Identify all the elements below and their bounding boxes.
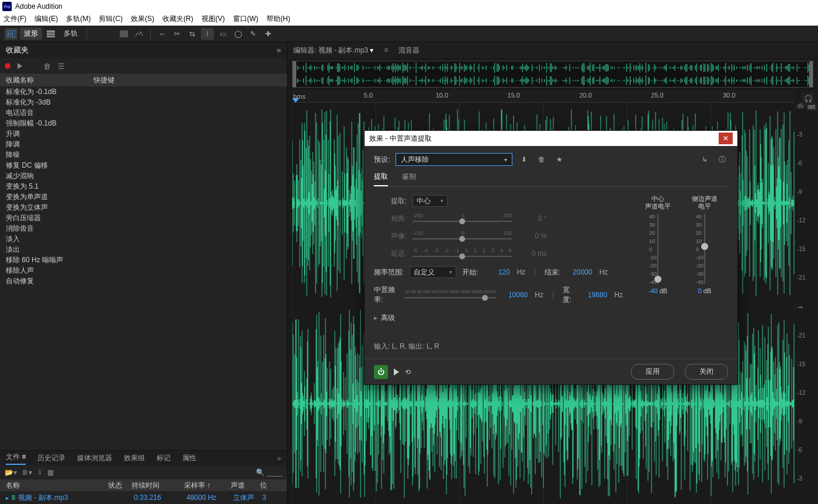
menu-file[interactable]: 文件(F) <box>4 14 26 24</box>
favorite-preset-icon[interactable]: ★ <box>553 154 565 165</box>
apply-button[interactable]: 应用 <box>631 364 674 380</box>
spectral-freq-icon[interactable] <box>117 28 130 40</box>
favorite-item[interactable]: 标准化为 -3dB <box>0 97 287 107</box>
mode-waveform[interactable]: 波形 <box>20 27 42 40</box>
favorite-item[interactable]: 淡出 <box>0 244 287 255</box>
headphone-icon[interactable]: 🎧 <box>802 92 814 105</box>
sidechain-icon[interactable]: ↳ <box>699 154 710 165</box>
favorite-item[interactable]: 淡入 <box>0 234 287 244</box>
file-row[interactable]: ▸ ⁞⁞⁞ 视频 - 副本.mp3 0:33.216 48000 Hz 立体声 … <box>0 491 287 504</box>
center-level-slider[interactable]: 中心声道电平 403020100-10-20-30-40 -40 dB <box>640 195 675 331</box>
insert-clip-icon[interactable]: ▦ <box>47 468 54 477</box>
tab-identify[interactable]: 鉴别 <box>402 172 416 186</box>
tab-history[interactable]: 历史记录 <box>37 453 65 463</box>
editor-tab[interactable]: 编辑器: 视频 - 副本.mp3 ▾ <box>293 46 373 55</box>
power-toggle-button[interactable]: ⏻ <box>374 365 388 379</box>
preset-dropdown[interactable]: 人声移除 ▾ <box>396 153 512 166</box>
preview-play-button[interactable] <box>394 369 399 376</box>
advanced-toggle[interactable]: ▸高级 <box>374 313 623 323</box>
new-file-icon[interactable]: 🗎▾ <box>22 468 32 477</box>
favorite-item[interactable]: 降调 <box>0 139 287 150</box>
tab-media-browser[interactable]: 媒体浏览器 <box>77 453 112 463</box>
menu-view[interactable]: 视图(V) <box>202 14 225 24</box>
favorite-item[interactable]: 变换为 5.1 <box>0 181 287 192</box>
overview-handle-right[interactable] <box>809 61 813 87</box>
menu-multitrack[interactable]: 多轨(M) <box>66 14 91 24</box>
extract-mode-dropdown[interactable]: 中心▾ <box>413 195 448 207</box>
col-status[interactable]: 状态 <box>108 481 131 491</box>
favorite-item[interactable]: 强制限幅 -0.1dB <box>0 118 287 128</box>
favorite-item[interactable]: 减少混响 <box>0 171 287 181</box>
freq-range-dropdown[interactable]: 自定义▾ <box>410 266 456 278</box>
overview-handle-left[interactable] <box>293 61 296 87</box>
col-name[interactable]: 名称 <box>6 481 108 491</box>
favorite-item[interactable]: 移除人声 <box>0 265 287 276</box>
menu-effects[interactable]: 效果(S) <box>131 14 154 24</box>
favorite-item[interactable]: 变换为单声道 <box>0 192 287 202</box>
menu-favorites[interactable]: 收藏夹(R) <box>162 14 193 24</box>
favorite-item[interactable]: 自动修复 <box>0 276 287 286</box>
overview-waveform[interactable] <box>292 61 813 88</box>
time-select-tool-icon[interactable]: I <box>201 28 214 40</box>
open-file-icon[interactable]: 📂▾ <box>5 468 17 477</box>
spectral-pitch-icon[interactable] <box>133 28 145 40</box>
waveform-view-icon[interactable] <box>5 28 18 40</box>
close-dialog-button[interactable]: ✕ <box>719 133 733 144</box>
marquee-tool-icon[interactable]: ▭ <box>216 28 229 40</box>
freq-end-input[interactable]: 20000 <box>567 268 592 276</box>
col-samplerate[interactable]: 采样率 ↑ <box>184 481 231 491</box>
loop-toggle-button[interactable]: ⟲ <box>405 368 411 376</box>
width-input[interactable]: 19880 <box>581 291 607 299</box>
info-icon[interactable]: ⓘ <box>716 154 728 165</box>
save-preset-icon[interactable]: ⬇ <box>518 154 530 165</box>
tab-files[interactable]: 文件 ≡ <box>6 452 26 465</box>
expand-icon[interactable]: ▸ <box>6 495 9 501</box>
delete-favorite-icon[interactable]: 🗑 <box>43 62 51 71</box>
import-icon[interactable]: ⇩ <box>37 468 43 477</box>
multitrack-view-icon[interactable] <box>44 28 57 40</box>
close-button[interactable]: 关闭 <box>685 364 728 380</box>
panel-overflow-icon[interactable]: » <box>277 454 281 463</box>
menu-help[interactable]: 帮助(H) <box>266 14 290 24</box>
menu-window[interactable]: 窗口(W) <box>233 14 258 24</box>
play-favorite-icon[interactable] <box>18 63 22 69</box>
favorite-item[interactable]: 升调 <box>0 128 287 139</box>
tab-markers[interactable]: 标记 <box>157 453 171 463</box>
favorite-props-icon[interactable]: ☰ <box>58 62 65 71</box>
mixer-tab[interactable]: 混音器 <box>398 46 420 55</box>
col-bitdepth[interactable]: 位 <box>260 481 267 491</box>
move-tool-icon[interactable]: ↔ <box>155 28 168 40</box>
favorite-item[interactable]: 降噪 <box>0 150 287 160</box>
panel-menu-icon[interactable]: ≡ <box>276 46 281 55</box>
favorite-item[interactable]: 电话语音 <box>0 107 287 118</box>
search-files-input[interactable]: 🔍 ____ <box>256 468 282 477</box>
tab-extract[interactable]: 提取 <box>374 172 388 186</box>
razor-tool-icon[interactable]: ✂ <box>171 28 183 40</box>
favorite-item[interactable]: 移除 60 Hz 嗡嗡声 <box>0 255 287 265</box>
record-favorite-icon[interactable] <box>5 63 11 69</box>
lasso-tool-icon[interactable]: ◯ <box>231 28 244 40</box>
center-freq-slider[interactable]: 20408020040080020004000800020000 <box>404 289 496 301</box>
mode-multitrack[interactable]: 多轨 <box>60 27 82 40</box>
col-duration[interactable]: 持续时间 <box>131 481 184 491</box>
brush-tool-icon[interactable]: ✎ <box>247 28 259 40</box>
freq-start-input[interactable]: 120 <box>484 268 510 276</box>
delete-preset-icon[interactable]: 🗑 <box>536 154 547 165</box>
favorite-item[interactable]: 消除齿音 <box>0 223 287 234</box>
editor-panel-menu-icon[interactable]: ≡ <box>384 46 388 54</box>
menu-clip[interactable]: 剪辑(C) <box>99 14 123 24</box>
side-level-slider[interactable]: 侧边声道电平 403020100-10-20-30-40 0 dB <box>687 195 722 331</box>
dialog-titlebar[interactable]: 效果 - 中置声道提取 ✕ <box>365 131 737 146</box>
center-freq-input[interactable]: 10060 <box>502 291 528 299</box>
favorite-item[interactable]: 变换为立体声 <box>0 202 287 213</box>
heal-tool-icon[interactable]: ✚ <box>262 28 275 40</box>
tab-effect-rack[interactable]: 效果组 <box>124 453 145 463</box>
favorite-item[interactable]: 旁白压缩器 <box>0 213 287 223</box>
tab-properties[interactable]: 属性 <box>182 453 196 463</box>
time-ruler[interactable]: hms 5.010.015.020.025.030.0 <box>292 90 795 103</box>
menu-edit[interactable]: 编辑(E) <box>34 14 58 24</box>
favorite-item[interactable]: 标准化为 -0.1dB <box>0 86 287 97</box>
slip-tool-icon[interactable]: ⇆ <box>186 28 199 40</box>
favorite-item[interactable]: 修复 DC 偏移 <box>0 160 287 171</box>
col-channels[interactable]: 声道 <box>231 481 260 491</box>
